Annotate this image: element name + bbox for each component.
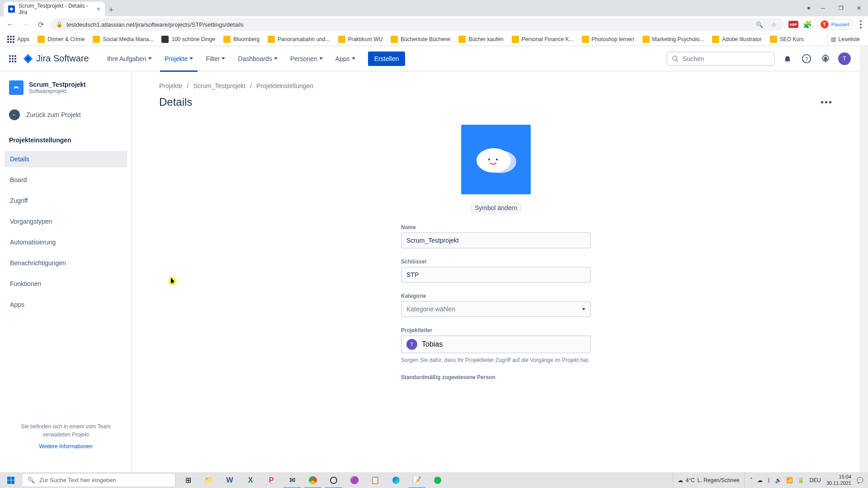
app-icon[interactable]: 🟣 [344,472,364,488]
notepad-icon[interactable]: 📝 [407,472,427,488]
extensions-icon[interactable]: 🧩 [803,20,812,29]
close-window-button[interactable]: ✕ [854,3,864,14]
bookmark-item[interactable]: Adobe Illustrator [709,34,764,45]
more-actions-button[interactable]: ••• [821,97,833,108]
sidebar-item-access[interactable]: Zugriff [5,192,127,209]
chrome-icon[interactable] [303,472,323,488]
bookmark-item[interactable]: Personal Finance K... [509,34,576,45]
tab-close-icon[interactable]: × [97,5,100,13]
name-field[interactable] [401,232,591,249]
excel-icon[interactable]: X [241,472,260,488]
start-button[interactable] [0,472,22,488]
key-field[interactable] [401,267,591,283]
adblock-icon[interactable]: ABP [788,21,798,28]
category-select[interactable]: Kategorie wählen [401,301,591,317]
taskbar-search[interactable]: 🔍 Zur Suche Text hier eingeben [22,473,175,487]
jira-logo[interactable]: Jira Software [23,53,89,64]
help-icon[interactable]: ? [800,52,813,65]
project-lead-field[interactable]: T Tobias [401,335,591,353]
address-bar[interactable]: 🔒 testdeutsch1.atlassian.net/jira/softwa… [51,18,784,31]
sidebar-item-notifications[interactable]: Benachrichtigungen [5,255,127,271]
bookmark-folder-icon [391,36,398,43]
app-switcher-icon[interactable] [9,55,16,62]
svg-point-0 [673,56,677,60]
settings-icon[interactable] [819,52,832,65]
sidebar-more-info-link[interactable]: Weitere Informationen [9,443,123,450]
language-indicator[interactable]: DEU [810,477,821,483]
chrome-account-dot[interactable] [807,7,810,9]
battery-icon[interactable]: 🔋 [797,477,804,483]
bookmark-item[interactable]: Dinner & Crime [35,34,87,45]
bookmark-folder-icon [770,36,777,43]
app-icon[interactable]: 📋 [365,472,385,488]
bookmark-item[interactable]: Praktikum WU [335,34,386,45]
breadcrumb-settings[interactable]: Projekteinstellungen [256,82,313,89]
nav-your-work[interactable]: Ihre Aufgaben [103,52,156,65]
bookmark-item[interactable]: Panoramabahn und... [265,34,332,45]
zoom-icon[interactable]: 🔍 [755,20,764,29]
edge-icon[interactable] [386,472,406,488]
powerpoint-icon[interactable]: P [261,472,281,488]
back-button[interactable]: ← [5,19,15,30]
create-button[interactable]: Erstellen [368,52,405,66]
breadcrumb-projects[interactable]: Projekte [159,82,182,89]
sidebar-item-issue-types[interactable]: Vorgangstypen [5,213,127,230]
clock-time: 15:04 [826,474,851,480]
bookmark-item[interactable]: Bücherliste Bücherei [388,34,453,45]
bookmark-item[interactable]: Social Media Mana... [90,34,156,45]
word-icon[interactable]: W [220,472,240,488]
task-view-icon[interactable]: ⊞ [178,472,198,488]
maximize-button[interactable]: ❐ [835,3,846,14]
apps-shortcut[interactable]: Apps [5,34,32,45]
sidebar-item-automation[interactable]: Automatisierung [5,234,127,250]
taskbar-clock[interactable]: 15:04 30.11.2021 [826,474,851,486]
page-scrollbar[interactable] [860,46,868,472]
tray-chevron-icon[interactable]: ˄ [750,477,753,483]
sidebar-item-details[interactable]: Details [5,151,127,167]
back-to-project-link[interactable]: ← Zurück zum Projekt [5,106,127,124]
reading-list-label: Leseliste [839,36,860,42]
chrome-menu-button[interactable] [858,19,863,30]
nav-people[interactable]: Personen [286,52,327,65]
bookmark-item[interactable]: Bücher kaufen [456,34,506,45]
sidebar-item-features[interactable]: Funktionen [5,276,127,292]
bookmark-item[interactable]: 100 schöne Dinge [159,34,218,45]
volume-icon[interactable]: 🔊 [775,477,782,483]
reload-button[interactable]: ⟳ [35,19,46,30]
user-avatar[interactable]: T [838,52,851,65]
nav-filters[interactable]: Filter [201,52,230,65]
breadcrumb-project-name[interactable]: Scrum_Testprojekt [193,82,245,89]
chevron-down-icon [352,57,355,60]
nav-projects[interactable]: Projekte [160,52,198,65]
nav-apps[interactable]: Apps [331,52,360,65]
bookmark-item[interactable]: Photoshop lernen [579,34,637,45]
file-explorer-icon[interactable]: 📁 [199,472,219,488]
reading-list-button[interactable]: ▤ Leseliste [827,34,863,44]
onedrive-icon[interactable]: ☁ [757,477,763,483]
notification-center-icon[interactable]: 💬 [857,477,863,483]
spotify-icon[interactable] [428,472,448,488]
notifications-icon[interactable] [781,52,794,65]
sidebar-item-apps[interactable]: Apps [5,296,127,313]
new-tab-button[interactable]: + [105,4,118,16]
forward-button[interactable]: → [20,19,31,30]
bookmark-item[interactable]: SEO Kurs [767,34,807,45]
bookmark-item[interactable]: Bloomberg [221,34,262,45]
obs-icon[interactable] [324,472,344,488]
nav-dashboards[interactable]: Dashboards [233,52,282,65]
bookmark-item[interactable]: Marketing Psycholo... [640,34,707,45]
change-avatar-button[interactable]: Symbol ändern [470,202,522,214]
weather-widget[interactable]: ☁ 4°C L. Regen/Schnee [673,472,745,488]
name-field-label: Name [401,224,591,230]
wifi-icon[interactable]: 📶 [786,477,793,483]
minimize-button[interactable]: ─ [817,3,828,14]
project-header[interactable]: Scrum_Testprojekt Softwareprojekt [5,80,127,95]
bluetooth-icon[interactable]: ᛒ [767,477,770,483]
profile-status-pill[interactable]: T Pausiert [816,19,854,30]
browser-tab[interactable]: Scrum_Testprojekt - Details - Jira × [4,2,105,16]
bookmark-star-icon[interactable]: ☆ [769,20,778,29]
mail-icon[interactable]: ✉ [282,472,302,488]
search-input[interactable]: Suchen [666,52,775,66]
sidebar-item-board[interactable]: Board [5,172,127,188]
chevron-down-icon [222,57,225,60]
